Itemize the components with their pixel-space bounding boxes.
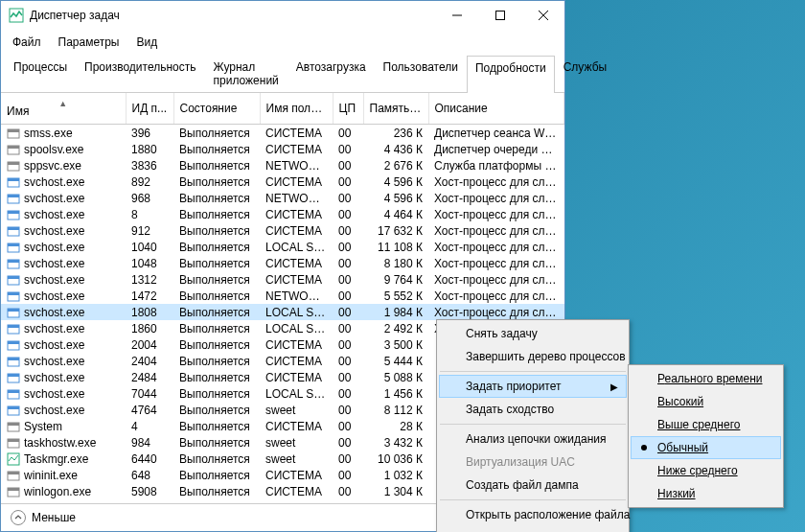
process-icon (7, 306, 20, 319)
context-item[interactable]: Задать приоритет▶ (439, 375, 627, 398)
tab-Автозагрузка[interactable]: Автозагрузка (288, 55, 375, 92)
table-row[interactable]: svchost.exe968ВыполняетсяNETWORK...004 5… (1, 190, 564, 206)
svg-rect-28 (8, 309, 19, 312)
svg-rect-47 (8, 472, 19, 474)
menu-view[interactable]: Вид (128, 32, 165, 53)
table-row[interactable]: sppsvc.exe3836ВыполняетсяNETWORK...002 6… (1, 157, 564, 173)
svg-rect-20 (8, 243, 19, 246)
process-icon (7, 355, 20, 368)
process-icon (7, 436, 20, 450)
maximize-button[interactable] (478, 1, 521, 30)
svg-rect-36 (8, 374, 19, 377)
svg-rect-34 (8, 358, 19, 360)
process-icon (7, 257, 20, 270)
svg-rect-14 (8, 195, 19, 197)
column-header[interactable]: ИД п... (126, 93, 173, 125)
svg-rect-44 (8, 439, 19, 442)
column-header[interactable]: Имя польз... (260, 93, 333, 125)
context-item[interactable]: Задать сходство (439, 398, 627, 421)
table-row[interactable]: svchost.exe8ВыполняетсяСИСТЕМА004 464 КХ… (1, 206, 564, 222)
table-row[interactable]: svchost.exe1312ВыполняетсяСИСТЕМА009 764… (1, 271, 564, 288)
context-item[interactable]: Открыть расположение файла (439, 503, 627, 526)
priority-item[interactable]: Низкий (631, 482, 781, 505)
minimize-button[interactable] (435, 1, 478, 30)
menubar: Файл Параметры Вид (1, 30, 564, 55)
process-icon (7, 208, 20, 221)
process-icon (7, 452, 20, 466)
table-row[interactable]: svchost.exe1472ВыполняетсяNETWORK...005 … (1, 288, 564, 304)
tab-Пользователи[interactable]: Пользователи (375, 55, 467, 92)
context-item[interactable]: Анализ цепочки ожидания (439, 428, 627, 451)
svg-rect-42 (8, 423, 19, 426)
context-item[interactable]: Завершить дерево процессов (439, 345, 627, 368)
tab-Службы[interactable]: Службы (555, 55, 615, 92)
process-icon (7, 175, 20, 189)
context-item[interactable]: Поиск в Интернете (439, 526, 627, 532)
svg-rect-49 (8, 488, 19, 491)
context-menu: Снять задачуЗавершить дерево процессовЗа… (436, 319, 630, 532)
svg-rect-38 (8, 390, 19, 393)
svg-rect-2 (495, 12, 504, 20)
process-icon (7, 371, 20, 384)
table-row[interactable]: svchost.exe892ВыполняетсяСИСТЕМА004 596 … (1, 173, 564, 190)
svg-rect-6 (8, 129, 19, 132)
tab-Производительность[interactable]: Производительность (76, 55, 204, 92)
process-icon (7, 420, 20, 433)
column-header[interactable]: ЦП (333, 93, 363, 125)
priority-item[interactable]: Выше среднего (631, 413, 781, 436)
fewer-details-label[interactable]: Меньше (32, 511, 76, 524)
priority-submenu: Реального времениВысокийВыше среднегоОбы… (628, 364, 784, 508)
close-button[interactable] (521, 1, 564, 30)
window-title: Диспетчер задач (30, 9, 435, 22)
column-header[interactable]: Состояние (173, 93, 260, 125)
menu-file[interactable]: Файл (5, 32, 49, 53)
priority-item[interactable]: Обычный (631, 436, 781, 459)
process-icon (7, 143, 20, 156)
context-item[interactable]: Снять задачу (439, 322, 627, 345)
app-icon (9, 8, 24, 23)
priority-item[interactable]: Высокий (631, 390, 781, 413)
priority-item[interactable]: Ниже среднего (631, 459, 781, 482)
tab-strip: ПроцессыПроизводительностьЖурнал приложе… (1, 55, 564, 93)
table-row[interactable]: svchost.exe1048ВыполняетсяСИСТЕМА008 180… (1, 255, 564, 271)
svg-rect-24 (8, 276, 19, 279)
svg-rect-40 (8, 406, 19, 409)
table-row[interactable]: svchost.exe912ВыполняетсяСИСТЕМА0017 632… (1, 222, 564, 239)
titlebar[interactable]: Диспетчер задач (1, 1, 564, 30)
process-icon (7, 273, 20, 287)
context-item[interactable]: Создать файл дампа (439, 474, 627, 497)
table-row[interactable]: svchost.exe1808ВыполняетсяLOCAL SE...001… (1, 304, 564, 320)
tab-Подробности[interactable]: Подробности (467, 56, 555, 93)
column-header[interactable]: ▲Имя (1, 93, 126, 125)
process-icon (7, 404, 20, 417)
menu-options[interactable]: Параметры (51, 32, 127, 53)
tab-Процессы[interactable]: Процессы (5, 55, 76, 92)
process-icon (7, 469, 20, 482)
process-icon (7, 322, 20, 335)
svg-rect-32 (8, 341, 19, 344)
priority-item[interactable]: Реального времени (631, 367, 781, 390)
process-icon (7, 485, 20, 498)
process-icon (7, 387, 20, 401)
process-icon (7, 289, 20, 303)
svg-rect-18 (8, 227, 19, 230)
svg-rect-30 (8, 325, 19, 328)
table-row[interactable]: spoolsv.exe1880ВыполняетсяСИСТЕМА004 436… (1, 141, 564, 157)
context-item: Виртуализация UAC (439, 451, 627, 474)
process-icon (7, 192, 20, 205)
fewer-details-icon[interactable] (11, 510, 26, 525)
process-icon (7, 338, 20, 352)
process-icon (7, 159, 20, 173)
svg-rect-16 (8, 211, 19, 214)
table-row[interactable]: svchost.exe1040ВыполняетсяLOCAL SE...001… (1, 239, 564, 255)
process-icon (7, 224, 20, 238)
tab-Журнал приложений[interactable]: Журнал приложений (205, 55, 288, 92)
svg-rect-26 (8, 292, 19, 295)
svg-rect-10 (8, 162, 19, 165)
svg-rect-22 (8, 260, 19, 263)
process-icon (7, 127, 20, 140)
process-icon (7, 241, 20, 254)
table-row[interactable]: smss.exe396ВыполняетсяСИСТЕМА00236 КДисп… (1, 125, 564, 142)
column-header[interactable]: Описание (428, 93, 564, 125)
column-header[interactable]: Память (ч... (363, 93, 428, 125)
